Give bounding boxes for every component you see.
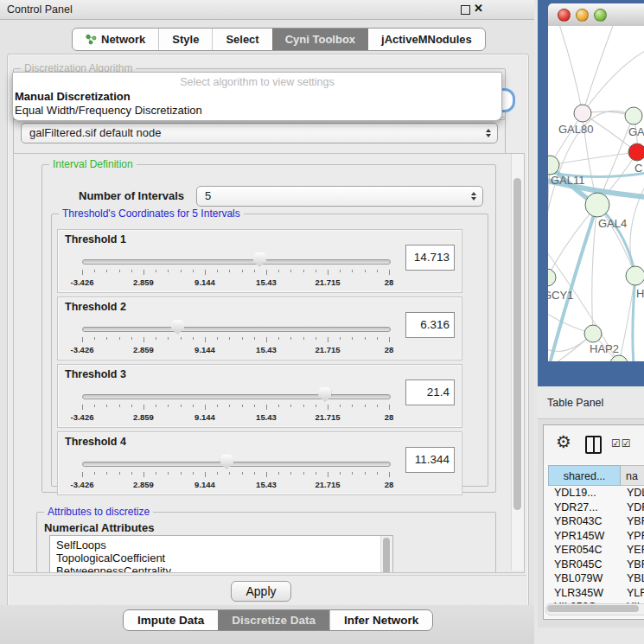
thresholds-group: Threshold's Coordinates for 5 Intervals … (51, 214, 488, 487)
cell-name[interactable]: YPR1 (619, 529, 644, 544)
scrollbar-thumb[interactable] (513, 178, 521, 510)
network-node[interactable] (628, 143, 644, 161)
settings-vertical-scrollbar[interactable] (511, 154, 524, 571)
network-icon (86, 34, 97, 45)
threshold-slider[interactable]: -3.4262.8599.14415.4321.71528 (82, 384, 389, 424)
network-node[interactable] (584, 325, 602, 342)
dropdown-option-manual-discretization[interactable]: Manual Discretization (13, 89, 501, 103)
network-node[interactable] (625, 107, 642, 124)
select-columns-icon[interactable]: ☑☑ (611, 437, 632, 450)
close-icon[interactable]: ✕ (474, 2, 483, 15)
network-edge[interactable] (583, 26, 615, 113)
cell-shared-name[interactable]: YLR345W (548, 586, 619, 601)
scrollbar-thumb[interactable] (383, 538, 390, 573)
table-row[interactable]: YBR043C YBR0 (548, 514, 644, 529)
zoom-traffic-light-icon[interactable] (594, 9, 607, 22)
slider-scale-label: 28 (385, 345, 394, 354)
table-row[interactable]: YER054C YER0 (548, 543, 644, 558)
cell-name[interactable]: YBR0 (619, 514, 644, 529)
attribute-list-item[interactable]: TopologicalCoefficient (56, 552, 392, 564)
cell-shared-name[interactable]: YPR145W (548, 529, 619, 544)
network-edge[interactable] (558, 26, 583, 113)
scrollbar-thumb[interactable] (547, 605, 639, 612)
cell-name[interactable]: YBL0 (619, 571, 644, 586)
attributes-scrollbar[interactable] (380, 536, 392, 573)
network-canvas[interactable]: GAL80GACGAL11GAL4GCY1HHAP2 (548, 26, 644, 361)
table-row[interactable]: YBL079W YBL0 (548, 571, 644, 586)
cell-name[interactable]: YBR0 (619, 558, 644, 572)
tab-discretize-data[interactable]: Discretize Data (218, 610, 329, 630)
cell-shared-name[interactable]: YBL079W (548, 571, 619, 586)
threshold-value-field[interactable]: 6.316 (405, 312, 455, 338)
attribute-list-item[interactable]: BetweennessCentrality (56, 564, 392, 573)
network-edge[interactable] (550, 152, 637, 165)
network-node[interactable] (574, 105, 591, 122)
cell-shared-name[interactable]: YDL19... (548, 486, 619, 501)
tab-style[interactable]: Style (158, 29, 212, 50)
slider-thumb[interactable] (171, 320, 184, 335)
gear-icon[interactable]: ⚙ (556, 431, 571, 452)
cell-shared-name[interactable]: YER054C (548, 543, 619, 558)
slider-track[interactable] (82, 462, 391, 467)
network-view-window: GAL80GACGAL11GAL4GCY1HHAP2 (538, 0, 644, 386)
cell-shared-name[interactable]: YBR043C (548, 514, 619, 529)
threshold-slider[interactable]: -3.4262.8599.14415.4321.71528 (82, 451, 389, 491)
number-of-intervals-combobox[interactable]: 5 (196, 186, 483, 207)
table-data-combobox[interactable]: galFiltered.sif default node (21, 123, 498, 143)
table-row[interactable]: YLR345W YLR3 (548, 586, 644, 601)
network-node[interactable] (626, 266, 644, 285)
close-traffic-light-icon[interactable] (558, 9, 571, 22)
column-header-shared-name[interactable]: shared... (548, 465, 621, 486)
slider-thumb[interactable] (220, 455, 233, 469)
table-horizontal-scrollbar[interactable] (545, 603, 644, 615)
tab-select[interactable]: Select (212, 29, 271, 50)
threshold-value-field[interactable]: 21.4 (405, 379, 455, 405)
apply-button[interactable]: Apply (231, 581, 291, 602)
panel-title: Control Panel (7, 3, 73, 16)
network-window-titlebar[interactable] (548, 3, 644, 27)
network-edge[interactable] (548, 205, 597, 277)
network-edge[interactable] (583, 50, 644, 113)
cell-name[interactable]: YDR2 (619, 501, 644, 515)
cell-name[interactable]: YER0 (619, 543, 644, 558)
attribute-list-item[interactable]: SelfLoops (56, 539, 392, 552)
table-row[interactable]: YDR27... YDR2 (548, 501, 644, 515)
threshold-slider[interactable]: -3.4262.8599.14415.4321.71528 (82, 249, 389, 289)
slider-track[interactable] (82, 394, 391, 399)
cell-name[interactable]: YLR3 (619, 586, 644, 601)
table-row[interactable]: YDL19... YDL1 (548, 486, 644, 501)
threshold-slider[interactable]: -3.4262.8599.14415.4321.71528 (82, 316, 389, 356)
dropdown-option-equal-width-frequency[interactable]: Equal Width/Frequency Discretization (13, 103, 501, 117)
threshold-block: Threshold 4 -3.4262.8599.14415.4321.7152… (57, 431, 462, 495)
network-node[interactable] (548, 269, 556, 286)
tab-network[interactable]: Network (73, 29, 158, 50)
tab-jactivemnodules[interactable]: jActiveMNodules (368, 29, 485, 50)
slider-thumb[interactable] (253, 252, 266, 267)
minimize-traffic-light-icon[interactable] (576, 9, 589, 22)
column-header-name[interactable]: na (621, 465, 644, 486)
cell-shared-name[interactable]: YBR045C (548, 558, 619, 572)
slider-track[interactable] (82, 327, 391, 332)
tab-infer-network[interactable]: Infer Network (329, 610, 432, 630)
cell-name[interactable]: YDL1 (619, 486, 644, 501)
slider-track[interactable] (82, 259, 391, 265)
network-graph[interactable]: GAL80GACGAL11GAL4GCY1HHAP2 (548, 26, 644, 361)
numerical-attributes-list[interactable]: SelfLoopsTopologicalCoefficientBetweenne… (49, 535, 393, 573)
slider-scale-label: 28 (385, 277, 394, 287)
slider-scale-label: 21.715 (315, 345, 340, 354)
float-window-icon[interactable] (461, 5, 470, 15)
dropdown-placeholder-option[interactable]: Select algorithm to view settings (13, 73, 501, 89)
slider-thumb[interactable] (318, 387, 331, 402)
table-row[interactable]: YPR145W YPR1 (548, 529, 644, 544)
split-columns-icon[interactable] (585, 436, 602, 454)
tab-impute-data[interactable]: Impute Data (124, 610, 218, 630)
threshold-block: Threshold 1 -3.4262.8599.14415.4321.7152… (57, 229, 462, 293)
network-node[interactable] (585, 193, 609, 217)
threshold-value-field[interactable]: 11.344 (405, 447, 455, 473)
table-row[interactable]: YBR045C YBR0 (548, 558, 644, 572)
table-data-group: Table Data galFiltered.sif default node (13, 117, 506, 155)
slider-scale-label: 28 (385, 412, 394, 422)
cell-shared-name[interactable]: YDR27... (548, 501, 619, 515)
threshold-value-field[interactable]: 14.713 (405, 245, 455, 271)
tab-cyni-toolbox[interactable]: Cyni Toolbox (272, 29, 368, 50)
